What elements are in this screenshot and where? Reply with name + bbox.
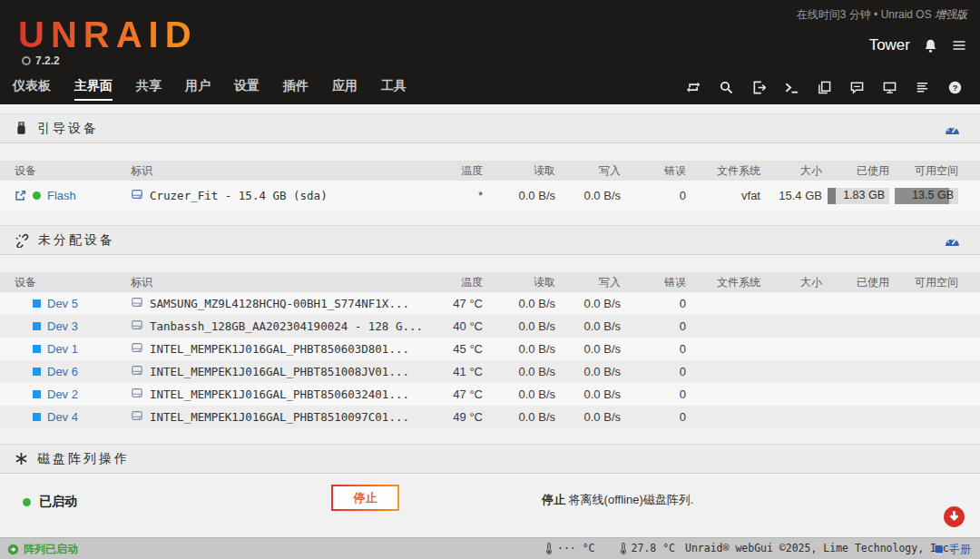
log-icon[interactable]: [916, 81, 929, 94]
device-id-text: INTEL_MEMPEK1J016GAL_PHBT850603D801...: [150, 342, 409, 356]
hamburger-menu-icon[interactable]: [951, 38, 967, 53]
nav-items: 仪表板 主界面 共享 用户 设置 插件 应用 工具: [13, 74, 407, 101]
col-used: 已使用: [822, 163, 889, 179]
refresh-icon[interactable]: [687, 81, 701, 94]
device-link[interactable]: Dev 6: [47, 365, 78, 378]
search-icon[interactable]: [720, 81, 733, 94]
flash-fs: vfat: [686, 189, 760, 202]
monitor-icon[interactable]: [883, 81, 897, 94]
device-id-text: INTEL_MEMPEK1J016GAL_PHBT8506032401...: [150, 387, 409, 401]
help-icon[interactable]: ?: [948, 81, 962, 94]
terminal-icon[interactable]: [785, 81, 799, 94]
stop-hint: 停止 将离线(offline)磁盘阵列.: [542, 492, 693, 508]
device-status-dot: [33, 191, 41, 200]
col-errors: 错误: [621, 163, 686, 179]
drive-icon: [131, 319, 143, 334]
gauge-icon[interactable]: [945, 233, 960, 250]
device-link[interactable]: Dev 5: [47, 297, 78, 310]
scroll-down-icon[interactable]: [943, 505, 965, 532]
col-id: 标识: [131, 163, 425, 179]
device-id-text: Tanbassh_128GB_AA202304190024 - 128 G...: [150, 319, 423, 333]
flash-device-link[interactable]: Flash: [47, 189, 76, 202]
stop-hint-bold: 停止: [542, 493, 565, 506]
device-link[interactable]: Dev 1: [47, 342, 78, 356]
flash-write: 0.0 B/s: [555, 189, 621, 202]
device-square-icon: [33, 413, 41, 421]
chat-icon[interactable]: [850, 81, 864, 94]
nav-item-tools[interactable]: 工具: [381, 74, 407, 101]
unassigned-title: 未分配设备: [38, 232, 115, 249]
device-square-icon: [33, 390, 41, 398]
server-line: Tower: [869, 36, 967, 54]
array-status: 已启动: [23, 494, 77, 510]
array-operation-title: 磁盘阵列操作: [37, 451, 130, 467]
table-row: Dev 4 INTEL_MEMPEK1J016GAL_PHBT8510097C0…: [0, 406, 980, 428]
stop-array-button[interactable]: 停止: [331, 485, 399, 511]
stop-hint-rest: 将离线(offline)磁盘阵列.: [565, 493, 693, 506]
device-errors: 0: [621, 342, 686, 356]
table-row: Dev 1 INTEL_MEMPEK1J016GAL_PHBT850603D80…: [0, 338, 980, 360]
device-read: 0.0 B/s: [483, 297, 555, 310]
unassigned-header-bar: 未分配设备: [0, 225, 980, 255]
sign-out-icon[interactable]: [752, 81, 766, 94]
col-errors: 错误: [621, 275, 686, 290]
col-id: 标识: [131, 275, 425, 290]
temp-value: 27.8 °C: [632, 542, 675, 554]
copy-icon[interactable]: [818, 81, 831, 94]
usb-flash-icon: [15, 122, 28, 135]
nav-item-settings[interactable]: 设置: [234, 74, 260, 101]
footer-array-status: 阵列已启动: [7, 542, 78, 557]
footer-copyright: Unraid® webGui ©2025, Lime Technology, I…: [685, 542, 956, 554]
device-link[interactable]: Dev 4: [47, 410, 78, 424]
col-device: 设备: [15, 275, 131, 290]
device-write: 0.0 B/s: [555, 387, 621, 401]
main-navbar: 仪表板 主界面 共享 用户 设置 插件 应用 工具: [0, 70, 980, 104]
bell-icon[interactable]: [923, 38, 938, 54]
drive-icon: [131, 296, 143, 311]
temp-item: 27.8 °C: [619, 542, 675, 554]
device-id-text: INTEL_MEMPEK1J016GAL_PHBT8510097C01...: [150, 410, 409, 424]
drive-icon: [131, 409, 143, 425]
device-link[interactable]: Dev 2: [47, 387, 78, 401]
device-errors: 0: [621, 387, 686, 401]
nav-item-shares[interactable]: 共享: [136, 74, 162, 101]
device-temp: 49 °C: [425, 410, 483, 424]
col-size: 大小: [760, 163, 822, 179]
col-temp: 温度: [425, 163, 483, 179]
col-device: 设备: [15, 163, 131, 179]
nav-icon-toolbar: ?: [687, 81, 967, 94]
nav-item-apps[interactable]: 应用: [332, 74, 358, 101]
footer-array-status-text: 阵列已启动: [24, 542, 78, 557]
flash-errors: 0: [621, 189, 686, 202]
gauge-icon[interactable]: [945, 122, 960, 139]
flash-free-value: 13.5 GB: [912, 189, 954, 201]
external-link-icon[interactable]: [15, 190, 26, 201]
unassigned-devices-section: 未分配设备 设备 标识 温度 读取 写入 错误 文件系统 大小 已使用 可用空间…: [0, 225, 980, 428]
manual-link[interactable]: 手册: [933, 542, 971, 557]
device-read: 0.0 B/s: [483, 342, 555, 356]
nav-item-main[interactable]: 主界面: [74, 74, 113, 101]
flash-temp: *: [425, 189, 483, 202]
col-fs: 文件系统: [686, 275, 760, 290]
nav-item-dashboard[interactable]: 仪表板: [13, 74, 51, 101]
nav-item-users[interactable]: 用户: [185, 74, 211, 101]
device-square-icon: [33, 322, 41, 330]
nav-item-plugins[interactable]: 插件: [283, 74, 309, 101]
flash-read: 0.0 B/s: [483, 189, 555, 202]
device-square-icon: [33, 368, 41, 376]
device-temp: 40 °C: [425, 319, 483, 333]
device-write: 0.0 B/s: [555, 365, 621, 378]
table-row: Dev 3 Tanbassh_128GB_AA202304190024 - 12…: [0, 315, 980, 338]
unassigned-table-body: Dev 5 SAMSUNG_MZ9L4128HCHQ-00BH1_S774NF1…: [0, 292, 980, 428]
flash-size: 15.4 GB: [760, 189, 822, 202]
version-text: 7.2.2: [35, 54, 60, 67]
version-line: 7.2.2: [22, 54, 60, 67]
temp-item: ··· °C: [544, 542, 595, 554]
device-errors: 0: [621, 365, 686, 378]
boot-device-section: 引导设备 设备 标识 温度 读取 写入 错误 文件系统 大小 已使用 可用空间 …: [0, 113, 980, 211]
table-row: Dev 6 INTEL_MEMPEK1J016GAL_PHBT851008JV0…: [0, 360, 980, 383]
array-operation-section: 磁盘阵列操作 已启动 停止 停止 将离线(offline)磁盘阵列.: [0, 444, 980, 532]
svg-text:?: ?: [953, 83, 958, 92]
device-link[interactable]: Dev 3: [47, 319, 78, 333]
col-used: 已使用: [822, 275, 889, 290]
